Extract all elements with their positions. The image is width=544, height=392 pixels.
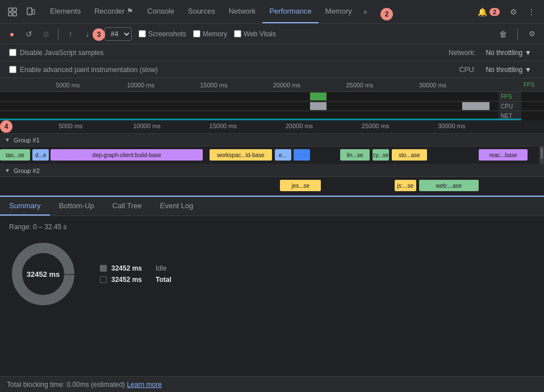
memory-checkbox[interactable]: Memory: [193, 30, 227, 38]
network-throttle-select[interactable]: No throttling ▼: [482, 48, 535, 58]
tab-sources[interactable]: Sources: [181, 0, 222, 23]
time-ruler-top: 5000 ms 10000 ms 15000 ms 20000 ms 25000…: [0, 78, 544, 92]
enable-paint-checkbox[interactable]: Enable advanced paint instrumentation (s…: [9, 66, 158, 74]
svg-rect-3: [13, 12, 16, 16]
settings-button[interactable]: ⚙: [505, 4, 521, 20]
group-2-header[interactable]: ▼ Group #2: [0, 165, 544, 177]
tab-event-log[interactable]: Event Log: [151, 197, 203, 216]
issues-button[interactable]: 🔔 2: [474, 5, 503, 19]
badge-3: 3: [93, 28, 105, 41]
toolbar-checkboxes: Screenshots Memory Web Vitals: [139, 30, 493, 38]
task-workspac[interactable]: workspac...ld-base: [210, 149, 272, 161]
tab-more[interactable]: »: [359, 0, 372, 23]
flame-area-header: 4 5000 ms 10000 ms 15000 ms 20000 ms 250…: [0, 120, 544, 134]
tab-memory[interactable]: Memory: [319, 0, 359, 23]
task-jes-se[interactable]: jes...se: [280, 180, 321, 191]
task-reac-base[interactable]: reac...base: [479, 149, 528, 161]
tab-network[interactable]: Network: [222, 0, 263, 23]
profile-select[interactable]: #4: [104, 27, 132, 41]
device-mode-button[interactable]: [23, 4, 39, 20]
legend-row-idle: 32452 ms Idle: [100, 264, 171, 272]
options-left-2: Enable advanced paint instrumentation (s…: [9, 66, 459, 74]
range-text: Range: 0 – 32.45 s: [9, 223, 535, 231]
group-1-tasks: tao...se d...e dep-graph-client:build-ba…: [0, 146, 544, 165]
cpu-label: CPU:: [459, 66, 476, 74]
options-row-1: Disable JavaScript samples Network: No t…: [0, 44, 544, 61]
timeline-scrollbar[interactable]: [539, 146, 544, 164]
nav-icons: [5, 4, 39, 20]
badge-4: 4: [0, 120, 12, 133]
blocking-time-text: Total blocking time: 0.00ms (estimated): [7, 381, 125, 389]
stop-button[interactable]: ⊘: [39, 27, 53, 41]
web-vitals-checkbox[interactable]: Web Vitals: [234, 30, 276, 38]
refresh-button[interactable]: ↺: [22, 27, 36, 41]
toolbar: 3 ● ↺ ⊘ ↑ ↓ #4 Screenshots Memory Web Vi…: [0, 24, 544, 44]
separator-3: [517, 28, 518, 40]
tab-console[interactable]: Console: [140, 0, 181, 23]
cpu-throttle-select[interactable]: No throttling ▼: [482, 65, 535, 75]
task-d-e[interactable]: d...e: [32, 149, 49, 161]
time-mark2-20000: 20000 ms: [286, 123, 313, 129]
group-1-triangle: ▼: [5, 137, 10, 143]
group-1-header[interactable]: ▼ Group #1: [0, 134, 544, 146]
task-web-ase[interactable]: web:...ase: [419, 180, 479, 191]
task-js-se[interactable]: js:...se: [395, 180, 416, 191]
nav-right: 🔔 2 ⚙ ⋮: [474, 4, 539, 20]
time-mark2-25000: 25000 ms: [362, 123, 389, 129]
time-mark-25000: 25000 ms: [346, 82, 373, 88]
scrollbar-thumb: [541, 147, 543, 159]
badge-2: 2: [380, 8, 393, 20]
task-blue[interactable]: [294, 149, 310, 161]
tab-call-tree[interactable]: Call Tree: [103, 197, 151, 216]
clear-button[interactable]: 🗑: [496, 27, 510, 41]
donut-chart: 32452 ms: [9, 240, 77, 308]
bottom-tabs: Summary Bottom-Up Call Tree Event Log: [0, 196, 544, 216]
legend-color-total: [100, 276, 107, 283]
fps-label: FPS: [524, 82, 542, 88]
tab-recorder[interactable]: Recorder ⚑: [87, 0, 140, 23]
legend-row-total: 32452 ms Total: [100, 276, 171, 284]
toolbar-right: 🗑 ⚙: [496, 27, 539, 41]
time-mark-10000: 10000 ms: [127, 82, 154, 88]
tab-performance[interactable]: Performance: [262, 0, 318, 23]
net-side-label: NET: [501, 113, 512, 119]
screenshots-checkbox[interactable]: Screenshots: [139, 30, 186, 38]
task-e[interactable]: e...: [275, 149, 291, 161]
cpu-options-right: CPU: No throttling ▼: [459, 65, 535, 75]
upload-button[interactable]: ↑: [63, 27, 78, 41]
record-button[interactable]: ●: [5, 27, 19, 41]
more-options-button[interactable]: ⋮: [524, 4, 539, 20]
tab-bottom-up[interactable]: Bottom-Up: [50, 197, 103, 216]
disable-js-checkbox[interactable]: Disable JavaScript samples: [9, 49, 103, 57]
group-2: ▼ Group #2 jes...se js:...se web:...ase: [0, 165, 544, 195]
learn-more-link[interactable]: Learn more: [127, 381, 161, 389]
task-tao-se[interactable]: tao...se: [0, 149, 30, 161]
issues-badge: 2: [489, 8, 500, 16]
task-sto-ase[interactable]: sto...ase: [392, 149, 427, 161]
tab-summary[interactable]: Summary: [0, 197, 50, 216]
time-ruler-bottom: 5000 ms 10000 ms 15000 ms 20000 ms 25000…: [0, 120, 544, 134]
top-nav: Elements Recorder ⚑ Console Sources Netw…: [0, 0, 544, 24]
group-1-label: Group #1: [14, 137, 40, 144]
svg-rect-1: [13, 8, 16, 11]
task-lin-se[interactable]: lin...se: [340, 149, 370, 161]
time-mark-20000: 20000 ms: [273, 82, 300, 88]
tab-elements[interactable]: Elements: [43, 0, 87, 23]
perf-settings-button[interactable]: ⚙: [525, 27, 539, 41]
svg-rect-5: [32, 10, 35, 14]
group-2-label: Group #2: [14, 167, 40, 174]
legend-color-idle: [100, 265, 107, 272]
summary-content: 32452 ms 32452 ms Idle 32452 ms Total: [9, 240, 535, 308]
inspect-element-button[interactable]: [5, 4, 20, 20]
legend-ms-total: 32452 ms: [111, 276, 151, 284]
task-dep-graph[interactable]: dep-graph-client:build-base: [51, 149, 203, 161]
group-2-tasks: jes...se js:...se web:...ase: [0, 177, 544, 195]
legend-label-idle: Idle: [156, 264, 166, 272]
options-row-2: Enable advanced paint instrumentation (s…: [0, 61, 544, 78]
time-mark2-10000: 10000 ms: [133, 123, 161, 129]
svg-point-6: [29, 13, 30, 14]
footer: Total blocking time: 0.00ms (estimated) …: [0, 376, 544, 392]
svg-rect-2: [9, 12, 12, 16]
task-cy-se[interactable]: cy...se: [373, 149, 389, 161]
svg-rect-0: [9, 8, 12, 11]
